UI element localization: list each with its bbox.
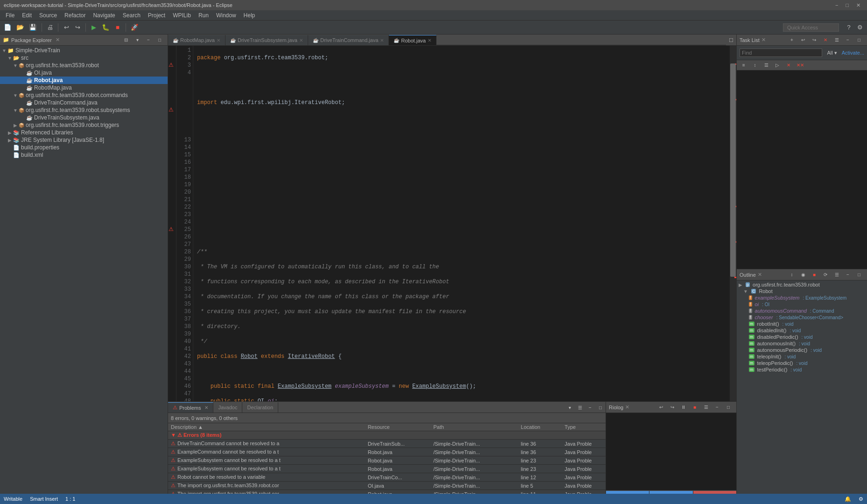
menu-edit[interactable]: Edit	[18, 11, 35, 20]
task-tool-4[interactable]: ▷	[772, 60, 782, 70]
problems-min-btn[interactable]: −	[585, 402, 595, 413]
task-min-btn[interactable]: −	[843, 35, 853, 45]
tab-drivetraincmd[interactable]: ☕ DriveTrainCommand.java ✕	[308, 35, 389, 45]
editor-scrollbar[interactable]	[730, 46, 736, 401]
tab-close[interactable]: ✕	[217, 38, 220, 43]
outline-menu-btn[interactable]: ☰	[832, 270, 842, 280]
menu-project[interactable]: Project	[144, 11, 169, 20]
pe-menu-btn[interactable]: ▾	[132, 35, 142, 45]
outline-item-autonomousinit[interactable]: m autonomousInit() : void	[737, 340, 867, 347]
outline-sort-btn[interactable]: ↕	[787, 270, 797, 280]
scrollbar-thumb[interactable]	[730, 63, 736, 277]
riolog-pause-btn[interactable]: ⏸	[678, 402, 689, 413]
riolog-forward-btn[interactable]: ↪	[667, 402, 677, 413]
outline-item-testperiodic[interactable]: m testPeriodic() : void	[737, 366, 867, 373]
task-activate-link[interactable]: Activate...	[842, 50, 864, 56]
riolog-stop-btn[interactable]: ■	[690, 402, 700, 413]
problems-filter-btn[interactable]: ▾	[564, 402, 575, 413]
table-row[interactable]: ⚠Robot cannot be resolved to a variable …	[168, 473, 606, 482]
col-resource[interactable]: Resource	[365, 423, 431, 431]
outline-hide-btn[interactable]: ◉	[798, 270, 808, 280]
tab-robot[interactable]: ☕ Robot.java ✕	[389, 35, 437, 45]
col-location[interactable]: Location	[518, 423, 562, 431]
task-max-btn[interactable]: □	[854, 35, 864, 45]
tab-close[interactable]: ✕	[299, 38, 303, 43]
toolbar-run[interactable]: ▶	[89, 22, 99, 33]
outline-item-teleopperiodic[interactable]: m teleopPeriodic() : void	[737, 360, 867, 366]
col-type[interactable]: Type	[562, 423, 606, 431]
toolbar-debug[interactable]: 🐛	[100, 22, 112, 33]
outline-item-autonomous[interactable]: f autonomousCommand : Command	[737, 308, 867, 314]
table-row[interactable]: ⚠The import org.usfirst.frc.team3539.rob…	[168, 482, 606, 490]
riolog-back-btn[interactable]: ↩	[656, 402, 666, 413]
outline-item-pkg[interactable]: ▶ p org.usfirst.frc.team3539.robot	[737, 281, 867, 288]
toolbar-save[interactable]: 💾	[27, 22, 39, 33]
tree-item-pkg3[interactable]: ▼ 📦 org.usfirst.frc.team3539.robot.subsy…	[0, 106, 168, 114]
tree-item-robot[interactable]: ☕ Robot.java	[0, 77, 168, 84]
tree-item-drivetrainsub[interactable]: ☕ DriveTrainSubsystem.java	[0, 114, 168, 121]
outline-item-teleopinit[interactable]: m teleopInit() : void	[737, 353, 867, 360]
menu-window[interactable]: Window	[212, 11, 240, 20]
tab-javadoc[interactable]: Javadoc	[213, 402, 242, 413]
riolog-close[interactable]: ✕	[625, 404, 629, 410]
task-tool-2[interactable]: ↕	[750, 60, 760, 70]
toolbar-help[interactable]: ?	[844, 22, 854, 33]
pe-close-icon[interactable]: ✕	[56, 37, 60, 43]
task-tool-5[interactable]: ✕	[783, 60, 794, 70]
toolbar-deploy[interactable]: 🚀	[129, 22, 141, 33]
pe-min-btn[interactable]: −	[143, 35, 154, 45]
col-path[interactable]: Path	[430, 423, 518, 431]
tree-item-triggers[interactable]: ▶ 📦 org.usfirst.frc.team3539.robot.trigg…	[0, 121, 168, 129]
tab-close[interactable]: ✕	[428, 38, 431, 43]
task-delete-btn[interactable]: ✕	[820, 35, 831, 45]
maximize-button[interactable]: □	[843, 1, 852, 9]
menu-help[interactable]: Help	[240, 11, 259, 20]
tree-item-src[interactable]: ▼ 📂 src	[0, 54, 168, 62]
pe-max-btn[interactable]: □	[155, 35, 165, 45]
problems-menu-btn[interactable]: ☰	[575, 402, 585, 413]
menu-source[interactable]: Source	[35, 11, 61, 20]
code-editor[interactable]: ⚠ ⚠ ⚠ 1234 13141516171819202122232425262…	[168, 46, 736, 401]
tree-item-oi[interactable]: ☕ OI.java	[0, 69, 168, 77]
toolbar-new[interactable]: 📄	[2, 22, 14, 33]
riolog-menu-btn[interactable]: ☰	[701, 402, 711, 413]
outline-item-chooser[interactable]: f chooser : SendableChooser<Command>	[737, 314, 867, 321]
tree-item-pkg2[interactable]: ▼ 📦 org.usfirst.frc.team3539.robot.comma…	[0, 91, 168, 99]
tree-item-pkg1[interactable]: ▼ 📦 org.usfirst.frc.team3539.robot	[0, 62, 168, 69]
toolbar-open[interactable]: 📂	[14, 22, 26, 33]
tree-item-jre[interactable]: ▶ 📚 JRE System Library [JavaSE-1.8]	[0, 136, 168, 144]
error-group-header[interactable]: ▼ ⚠ Errors (8 items)	[168, 431, 606, 440]
task-menu-btn[interactable]: ☰	[832, 35, 842, 45]
toolbar-settings[interactable]: ⚙	[855, 22, 865, 33]
outline-item-robot-class[interactable]: ▼ C Robot	[737, 288, 867, 294]
tab-close[interactable]: ✕	[204, 405, 208, 410]
outline-item-disabledperiodic[interactable]: m disabledPeriodic() : void	[737, 334, 867, 340]
menu-run[interactable]: Run	[195, 11, 212, 20]
menu-wpilib[interactable]: WPILib	[169, 11, 195, 20]
table-row[interactable]: ⚠ExampleSubsystem cannot be resolved to …	[168, 465, 606, 473]
problems-max-btn[interactable]: □	[595, 402, 606, 413]
tree-item-buildprops[interactable]: 📄 build.properties	[0, 144, 168, 151]
task-btn1[interactable]: +	[787, 35, 797, 45]
tree-item-reflibs[interactable]: ▶ 📚 Referenced Libraries	[0, 129, 168, 136]
menu-refactor[interactable]: Refactor	[61, 11, 89, 20]
tree-item-robotmap[interactable]: ☕ RobotMap.java	[0, 84, 168, 91]
tab-declaration[interactable]: Declaration	[242, 402, 278, 413]
outline-item-examplesub[interactable]: f exampleSubsystem : ExampleSubsystem	[737, 294, 867, 301]
table-row[interactable]: ⚠ExampleCommand cannot be resolved to a …	[168, 448, 606, 456]
quick-access-input[interactable]	[783, 23, 839, 32]
outline-stop-btn[interactable]: ■	[809, 270, 819, 280]
toolbar-stop[interactable]: ■	[113, 22, 123, 33]
outline-close[interactable]: ✕	[758, 272, 762, 278]
table-row[interactable]: ⚠ExampleSubsystem cannot be resolved to …	[168, 456, 606, 465]
tab-drivetrainsub[interactable]: ☕ DriveTrainSubsystem.java ✕	[226, 35, 308, 45]
task-filter-all[interactable]: All ▾	[824, 48, 839, 58]
task-btn3[interactable]: ↪	[809, 35, 819, 45]
outline-max-btn[interactable]: □	[854, 270, 864, 280]
minimize-button[interactable]: −	[832, 1, 841, 9]
close-button[interactable]: ✕	[853, 1, 863, 9]
pe-collapse-btn[interactable]: ⊟	[121, 35, 131, 45]
col-description[interactable]: Description ▲	[168, 423, 365, 431]
outline-item-autonomousperiodic[interactable]: m autonomousPeriodic() : void	[737, 347, 867, 353]
outline-item-disabledinit[interactable]: m disabledInit() : void	[737, 327, 867, 334]
